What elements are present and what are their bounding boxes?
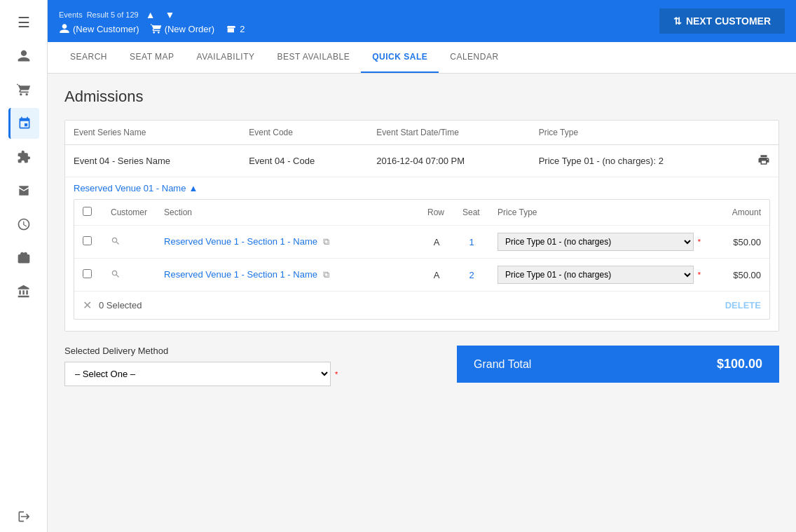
- venue-link[interactable]: Reserved Venue 01 - Name ▲: [65, 177, 778, 199]
- next-customer-button[interactable]: ⇅ NEXT CUSTOMER: [659, 8, 785, 34]
- selected-count: 0 Selected: [99, 300, 142, 311]
- seat-row-1-seat: 1: [454, 226, 489, 259]
- store-icon[interactable]: [8, 175, 39, 206]
- bank-icon[interactable]: [8, 276, 39, 307]
- tab-search[interactable]: SEARCH: [59, 42, 118, 73]
- bottom-section: Selected Delivery Method – Select One – …: [64, 346, 779, 386]
- seat-row-2-price-select[interactable]: Price Type 01 - (no charges): [497, 266, 694, 284]
- seat-1-checkbox[interactable]: [83, 236, 92, 245]
- event-table: Event Series Name Event Code Event Start…: [65, 121, 778, 177]
- event-start-date: 2016-12-04 07:00 PM: [368, 145, 530, 177]
- delivery-section: Selected Delivery Method – Select One – …: [64, 346, 443, 386]
- col-check-header: [74, 200, 102, 226]
- result-text: Result 5 of 129: [87, 11, 139, 19]
- puzzle-icon[interactable]: [8, 142, 39, 172]
- page-content: Admissions Event Series Name Event Code …: [48, 74, 796, 532]
- event-table-container: Event Series Name Event Code Event Start…: [64, 120, 779, 332]
- col-customer-header: Customer: [102, 200, 156, 226]
- col-row-header: Row: [419, 200, 454, 226]
- col-section-header: Section: [156, 200, 419, 226]
- col-event-series: Event Series Name: [65, 121, 240, 145]
- cart-count-info: 2: [226, 23, 245, 34]
- next-customer-label: NEXT CUSTOMER: [686, 15, 771, 27]
- venue-row: Reserved Venue 01 - Name ▲ Customer Se: [65, 177, 778, 320]
- delete-button[interactable]: DELETE: [725, 300, 761, 311]
- sidebar: ☰: [0, 0, 48, 532]
- seat-row-1-amount: $50.00: [713, 226, 769, 259]
- cart-count: 2: [240, 24, 245, 34]
- seat-row-1-section[interactable]: Reserved Venue 1 - Section 1 - Name ⧉: [156, 226, 419, 259]
- tab-calendar[interactable]: CALENDAR: [439, 42, 509, 73]
- order-label: (New Order): [165, 24, 215, 34]
- seat-row-1-customer[interactable]: [102, 226, 156, 259]
- col-print: [749, 121, 778, 145]
- person-icon[interactable]: [8, 41, 39, 71]
- seat-row-1-row: A: [419, 226, 454, 259]
- hamburger-icon[interactable]: ☰: [8, 7, 39, 38]
- seat-table: Customer Section Row Seat Price Type Amo…: [74, 200, 769, 292]
- nav-tabs: SEARCH SEAT MAP AVAILABILITY BEST AVAILA…: [48, 42, 796, 74]
- seat-row-2-section[interactable]: Reserved Venue 1 - Section 1 - Name ⧉: [156, 259, 419, 292]
- clock-icon[interactable]: [8, 209, 39, 240]
- event-code: Event 04 - Code: [240, 145, 368, 177]
- result-up-arrow[interactable]: ▲: [143, 8, 158, 22]
- cart-icon[interactable]: [8, 74, 39, 105]
- seat-2-checkbox[interactable]: [83, 269, 92, 278]
- admissions-title: Admissions: [64, 88, 779, 106]
- selected-info: ✕ 0 Selected: [83, 299, 142, 312]
- grand-total-amount: $100.00: [717, 357, 762, 371]
- seat-row-1-price[interactable]: Price Type 01 - (no charges) *: [489, 226, 713, 259]
- required-star-2: *: [698, 271, 701, 279]
- seat-row-2-row: A: [419, 259, 454, 292]
- col-price-header: Price Type: [489, 200, 713, 226]
- top-bar-info: (New Customer) (New Order) 2: [59, 23, 245, 34]
- grand-total-box: Grand Total $100.00: [457, 346, 779, 383]
- required-star-1: *: [698, 238, 701, 246]
- seat-row-2-price[interactable]: Price Type 01 - (no charges) *: [489, 259, 713, 292]
- tab-quick-sale[interactable]: QUICK SALE: [361, 42, 439, 73]
- seat-row-2-amount: $50.00: [713, 259, 769, 292]
- delivery-select-wrapper: – Select One – *: [64, 362, 443, 386]
- seat-row-1-price-select[interactable]: Price Type 01 - (no charges): [497, 233, 694, 251]
- col-seat-header: Seat: [454, 200, 489, 226]
- seat-row-2: Reserved Venue 1 - Section 1 - Name ⧉ A …: [74, 259, 769, 292]
- delivery-required-star: *: [335, 370, 338, 378]
- venue-link-text: Reserved Venue 01 - Name: [74, 183, 186, 193]
- logout-icon[interactable]: [8, 501, 39, 532]
- result-down-arrow[interactable]: ▼: [163, 8, 178, 22]
- main-content: Events Result 5 of 129 ▲ ▼ (New Customer…: [48, 0, 796, 532]
- close-selected-button[interactable]: ✕: [83, 299, 92, 312]
- tab-best-available[interactable]: BEST AVAILABLE: [266, 42, 362, 73]
- seat-row-2-seat: 2: [454, 259, 489, 292]
- grand-total-label: Grand Total: [474, 358, 531, 371]
- breadcrumb-events: Events: [59, 11, 83, 19]
- delivery-label: Selected Delivery Method: [64, 346, 443, 356]
- order-info: (New Order): [151, 23, 215, 34]
- select-all-checkbox[interactable]: [83, 207, 92, 216]
- print-icon[interactable]: [749, 145, 778, 177]
- copy-icon-1: ⧉: [323, 236, 329, 247]
- col-price-type: Price Type: [530, 121, 749, 145]
- col-amount-header: Amount: [713, 200, 769, 226]
- gift-icon[interactable]: [8, 243, 39, 273]
- delivery-select[interactable]: – Select One –: [64, 362, 331, 386]
- seat-row-1-check[interactable]: [74, 226, 102, 259]
- top-bar-left: Events Result 5 of 129 ▲ ▼ (New Customer…: [59, 8, 245, 34]
- top-bar: Events Result 5 of 129 ▲ ▼ (New Customer…: [48, 0, 796, 42]
- tab-availability[interactable]: AVAILABILITY: [186, 42, 266, 73]
- event-price-type: Price Type 01 - (no charges): 2: [530, 145, 749, 177]
- col-event-code: Event Code: [240, 121, 368, 145]
- next-customer-icon: ⇅: [673, 15, 682, 27]
- seat-row-2-customer[interactable]: [102, 259, 156, 292]
- event-row: Event 04 - Series Name Event 04 - Code 2…: [65, 145, 778, 177]
- col-event-start: Event Start Date/Time: [368, 121, 530, 145]
- customer-info: (New Customer): [59, 23, 139, 34]
- breadcrumb: Events Result 5 of 129 ▲ ▼: [59, 8, 245, 22]
- seat-row-1: Reserved Venue 1 - Section 1 - Name ⧉ A …: [74, 226, 769, 259]
- customer-label: (New Customer): [73, 24, 139, 34]
- event-series-name: Event 04 - Series Name: [65, 145, 240, 177]
- venue-chevron: ▲: [188, 183, 198, 193]
- seat-row-2-check[interactable]: [74, 259, 102, 292]
- calendar-sidebar-icon[interactable]: [8, 108, 39, 139]
- tab-seat-map[interactable]: SEAT MAP: [118, 42, 186, 73]
